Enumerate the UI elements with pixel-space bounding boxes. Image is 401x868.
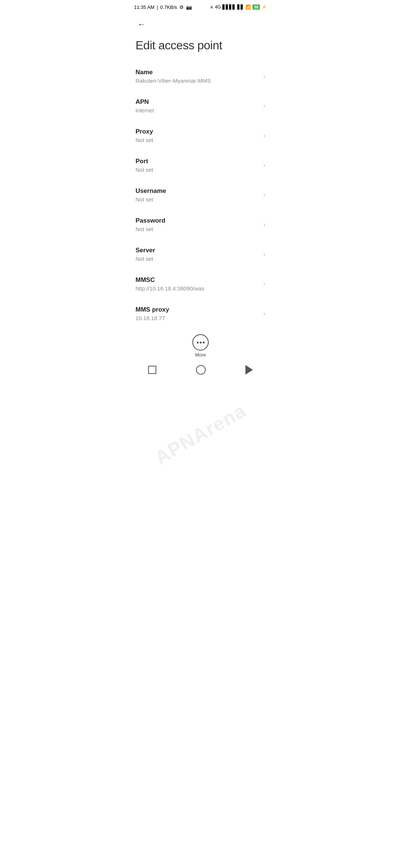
status-left: 11:35 AM | 0.7KB/s ⚙ 📷 <box>134 4 192 10</box>
network-icon: 4G <box>215 4 221 10</box>
settings-item-value-proxy: Not set <box>136 137 259 143</box>
camera-icon: 📷 <box>186 4 192 10</box>
settings-item-username[interactable]: UsernameNot set› <box>128 180 273 210</box>
chevron-icon-apn: › <box>263 102 265 110</box>
back-button[interactable]: ← <box>134 17 149 32</box>
settings-item-label-username: Username <box>136 187 259 195</box>
more-dot-1 <box>197 342 199 343</box>
settings-item-label-proxy: Proxy <box>136 128 259 135</box>
settings-item-mms-proxy[interactable]: MMS proxy10.16.18.77› <box>128 299 273 328</box>
settings-item-proxy[interactable]: ProxyNot set› <box>128 121 273 150</box>
settings-item-content-username: UsernameNot set <box>136 187 259 203</box>
settings-item-content-password: PasswordNot set <box>136 217 259 232</box>
battery-icon: 38 <box>252 4 260 10</box>
chevron-icon-mms-proxy: › <box>263 310 265 318</box>
bluetooth-icon: ⨯ <box>210 4 213 10</box>
settings-item-apn[interactable]: APNinternet› <box>128 91 273 121</box>
more-dot-3 <box>203 342 205 343</box>
settings-item-value-username: Not set <box>136 196 259 203</box>
settings-item-content-apn: APNinternet <box>136 98 259 114</box>
settings-item-content-server: ServerNot set <box>136 247 259 262</box>
settings-list: NameRakuten-Viber-Myanmar-MMS›APNinterne… <box>128 61 273 328</box>
settings-item-content-mms-proxy: MMS proxy10.16.18.77 <box>136 306 259 321</box>
settings-item-password[interactable]: PasswordNot set› <box>128 210 273 239</box>
chevron-icon-name: › <box>263 72 265 80</box>
recent-apps-button[interactable] <box>148 366 156 374</box>
chevron-icon-password: › <box>263 221 265 228</box>
settings-item-value-port: Not set <box>136 167 259 173</box>
more-dot-2 <box>200 342 202 343</box>
signal-icon: ▋▋▋▋ <box>222 4 236 10</box>
separator: | <box>157 4 158 10</box>
settings-item-content-proxy: ProxyNot set <box>136 128 259 143</box>
settings-item-value-mms-proxy: 10.16.18.77 <box>136 315 259 321</box>
nav-bar <box>128 361 273 382</box>
bottom-bar: More <box>128 328 273 361</box>
settings-item-port[interactable]: PortNot set› <box>128 150 273 180</box>
settings-item-value-mmsc: http://10.16.18.4:38090/was <box>136 285 259 292</box>
chevron-icon-server: › <box>263 250 265 258</box>
status-right: ⨯ 4G ▋▋▋▋ ▋▋ 📶 38 ⚡ <box>210 4 267 10</box>
settings-item-label-password: Password <box>136 217 259 224</box>
settings-item-label-mmsc: MMSC <box>136 276 259 284</box>
settings-item-label-port: Port <box>136 158 259 165</box>
settings-icon: ⚙ <box>179 4 184 10</box>
home-button[interactable] <box>196 365 206 375</box>
chevron-icon-mmsc: › <box>263 280 265 288</box>
network-speed: 0.7KB/s <box>160 4 177 10</box>
settings-item-content-name: NameRakuten-Viber-Myanmar-MMS <box>136 69 259 84</box>
chevron-icon-username: › <box>263 191 265 199</box>
back-nav-button[interactable] <box>245 365 253 375</box>
chevron-icon-proxy: › <box>263 132 265 139</box>
more-label: More <box>195 352 206 358</box>
back-arrow-icon: ← <box>137 20 146 29</box>
charging-icon: ⚡ <box>261 4 267 10</box>
settings-item-value-server: Not set <box>136 256 259 262</box>
settings-item-server[interactable]: ServerNot set› <box>128 239 273 269</box>
settings-item-label-apn: APN <box>136 98 259 106</box>
settings-item-mmsc[interactable]: MMSChttp://10.16.18.4:38090/was› <box>128 269 273 299</box>
wifi-icon: 📶 <box>245 4 251 10</box>
recent-apps-icon <box>148 366 156 374</box>
more-button[interactable] <box>192 334 209 351</box>
settings-item-label-server: Server <box>136 247 259 254</box>
toolbar: ← <box>128 13 273 36</box>
signal-2-icon: ▋▋ <box>237 4 244 10</box>
status-bar: 11:35 AM | 0.7KB/s ⚙ 📷 ⨯ 4G ▋▋▋▋ ▋▋ 📶 38… <box>128 0 273 13</box>
settings-item-content-port: PortNot set <box>136 158 259 173</box>
home-icon <box>196 365 206 375</box>
settings-item-value-name: Rakuten-Viber-Myanmar-MMS <box>136 78 259 84</box>
settings-item-value-apn: internet <box>136 107 259 114</box>
settings-item-label-name: Name <box>136 69 259 76</box>
time: 11:35 AM <box>134 4 154 10</box>
settings-item-name[interactable]: NameRakuten-Viber-Myanmar-MMS› <box>128 61 273 91</box>
settings-item-label-mms-proxy: MMS proxy <box>136 306 259 313</box>
settings-item-content-mmsc: MMSChttp://10.16.18.4:38090/was <box>136 276 259 292</box>
chevron-icon-port: › <box>263 161 265 169</box>
settings-item-value-password: Not set <box>136 226 259 232</box>
page-title: Edit access point <box>128 36 273 61</box>
back-nav-icon <box>245 365 253 375</box>
